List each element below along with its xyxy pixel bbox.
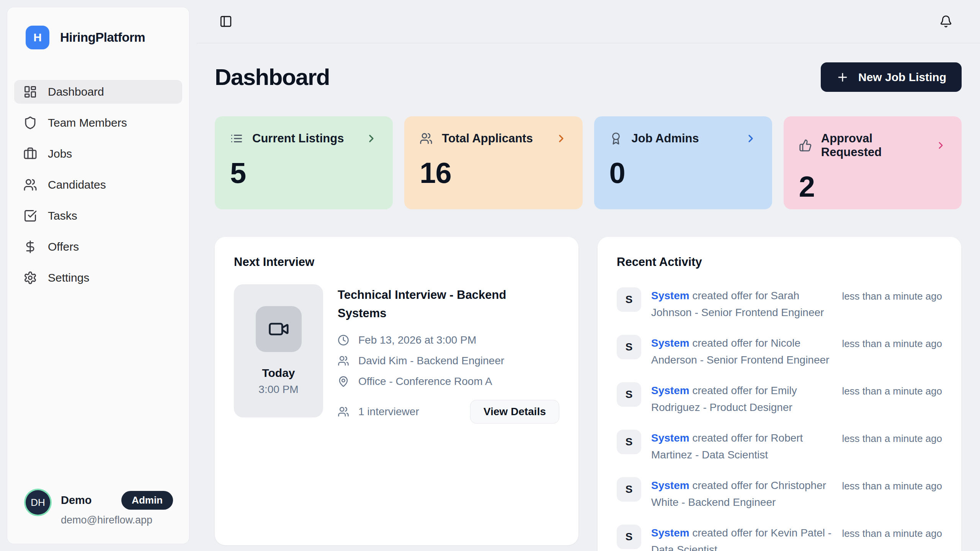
stat-label: Approval Requested	[821, 132, 926, 159]
activity-item: S System created offer for Kevin Patel -…	[617, 525, 942, 551]
next-interview-panel: Next Interview Today 3:00 PM Technical I…	[215, 237, 578, 545]
user-name: Demo	[61, 494, 92, 507]
chevron-right-icon	[935, 139, 946, 152]
stat-label: Total Applicants	[442, 132, 533, 145]
sidebar-item-settings[interactable]: Settings	[14, 266, 182, 290]
brand-name: HiringPlatform	[60, 30, 145, 45]
activity-item: S System created offer for Nicole Anders…	[617, 335, 942, 368]
activity-actor[interactable]: System	[651, 337, 689, 349]
users-icon	[338, 406, 349, 417]
interviewer-count-row: 1 interviewer	[338, 406, 419, 418]
award-icon	[609, 132, 622, 145]
activity-timestamp: less than a minute ago	[842, 430, 942, 445]
new-job-listing-button[interactable]: New Job Listing	[821, 62, 962, 92]
stat-card-job-admins[interactable]: Job Admins 0	[594, 116, 772, 209]
recent-activity-title: Recent Activity	[617, 255, 942, 269]
avatar-initials: DH	[31, 497, 45, 509]
user-email: demo@hireflow.app	[61, 514, 173, 526]
sidebar-item-label: Candidates	[48, 178, 106, 191]
stat-value: 16	[420, 156, 567, 189]
sidebar-item-dashboard[interactable]: Dashboard	[14, 80, 182, 104]
sidebar-item-label: Dashboard	[48, 85, 104, 98]
sidebar: H HiringPlatform Dashboard Team Members …	[7, 7, 189, 544]
shield-icon	[23, 116, 37, 130]
interview-location: Office - Conference Room A	[358, 375, 492, 388]
interview-time-label: 3:00 PM	[258, 383, 298, 396]
stat-cards: Current Listings 5 Total Applicants 16 J…	[215, 116, 962, 209]
activity-avatar: S	[617, 287, 641, 312]
activity-timestamp: less than a minute ago	[842, 382, 942, 397]
notifications-button[interactable]	[939, 15, 952, 28]
briefcase-icon	[23, 147, 37, 161]
sidebar-item-offers[interactable]: Offers	[14, 235, 182, 259]
stat-value: 5	[230, 156, 377, 189]
chevron-right-icon	[745, 132, 757, 145]
users-icon	[23, 178, 37, 192]
main-area: Dashboard New Job Listing Current Listin…	[196, 0, 980, 551]
activity-timestamp: less than a minute ago	[842, 287, 942, 302]
activity-actor[interactable]: System	[651, 527, 689, 539]
activity-avatar: S	[617, 382, 641, 407]
users-icon	[338, 355, 349, 367]
next-interview-title: Next Interview	[234, 255, 559, 269]
activity-actor[interactable]: System	[651, 385, 689, 396]
sidebar-item-tasks[interactable]: Tasks	[14, 204, 182, 228]
chevron-right-icon	[555, 132, 567, 145]
stat-value: 0	[609, 156, 757, 189]
bell-icon	[939, 15, 952, 28]
interview-day-label: Today	[262, 367, 295, 380]
panel-left-icon	[219, 15, 232, 28]
activity-avatar: S	[617, 430, 641, 454]
activity-avatar: S	[617, 525, 641, 549]
sidebar-item-label: Jobs	[48, 147, 72, 160]
sidebar-item-candidates[interactable]: Candidates	[14, 173, 182, 197]
interview-location-row: Office - Conference Room A	[338, 375, 559, 388]
brand-initial: H	[33, 31, 42, 44]
activity-item: S System created offer for Sarah Johnson…	[617, 287, 942, 321]
dollar-icon	[23, 240, 37, 254]
activity-timestamp: less than a minute ago	[842, 477, 942, 492]
interview-candidate-row: David Kim - Backend Engineer	[338, 355, 559, 367]
interview-datetime-row: Feb 13, 2026 at 3:00 PM	[338, 334, 559, 346]
sidebar-user[interactable]: DH Demo Admin demo@hireflow.app	[7, 490, 189, 544]
sidebar-item-label: Team Members	[48, 116, 127, 129]
interview-title: Technical Interview - Backend Systems	[338, 286, 521, 323]
activity-actor[interactable]: System	[651, 479, 689, 491]
activity-actor[interactable]: System	[651, 290, 689, 302]
interview-candidate: David Kim - Backend Engineer	[358, 355, 504, 367]
check-square-icon	[23, 209, 37, 223]
sidebar-toggle-button[interactable]	[219, 15, 232, 28]
user-meta: Demo Admin demo@hireflow.app	[61, 490, 173, 526]
video-icon	[268, 318, 289, 340]
video-icon-box	[256, 306, 302, 352]
content: Dashboard New Job Listing Current Listin…	[196, 62, 980, 551]
stat-label: Job Admins	[632, 132, 699, 145]
admin-badge: Admin	[121, 491, 173, 510]
sidebar-item-label: Tasks	[48, 209, 77, 222]
chevron-right-icon	[365, 132, 377, 145]
activity-timestamp: less than a minute ago	[842, 335, 942, 350]
stat-card-approval-requested[interactable]: Approval Requested 2	[784, 116, 962, 209]
activity-timestamp: less than a minute ago	[842, 525, 942, 540]
activity-item: S System created offer for Robert Martin…	[617, 430, 942, 463]
map-pin-icon	[338, 376, 349, 387]
stat-label: Current Listings	[252, 132, 344, 145]
activity-avatar: S	[617, 477, 641, 502]
thumbs-up-icon	[799, 139, 812, 152]
plus-icon	[836, 71, 849, 84]
sidebar-item-jobs[interactable]: Jobs	[14, 142, 182, 166]
stat-card-total-applicants[interactable]: Total Applicants 16	[404, 116, 582, 209]
interview-date-tile: Today 3:00 PM	[234, 284, 323, 417]
activity-actor[interactable]: System	[651, 432, 689, 444]
sidebar-item-team-members[interactable]: Team Members	[14, 111, 182, 135]
topbar	[196, 0, 980, 43]
stat-value: 2	[799, 170, 946, 203]
stat-card-current-listings[interactable]: Current Listings 5	[215, 116, 393, 209]
users-icon	[420, 132, 433, 145]
interviewer-count: 1 interviewer	[358, 406, 419, 418]
clock-icon	[338, 334, 349, 346]
view-details-button[interactable]: View Details	[470, 400, 559, 424]
recent-activity-panel: Recent Activity S System created offer f…	[598, 237, 961, 551]
sidebar-nav: Dashboard Team Members Jobs Candidates T…	[7, 80, 189, 297]
activity-item: S System created offer for Christopher W…	[617, 477, 942, 511]
